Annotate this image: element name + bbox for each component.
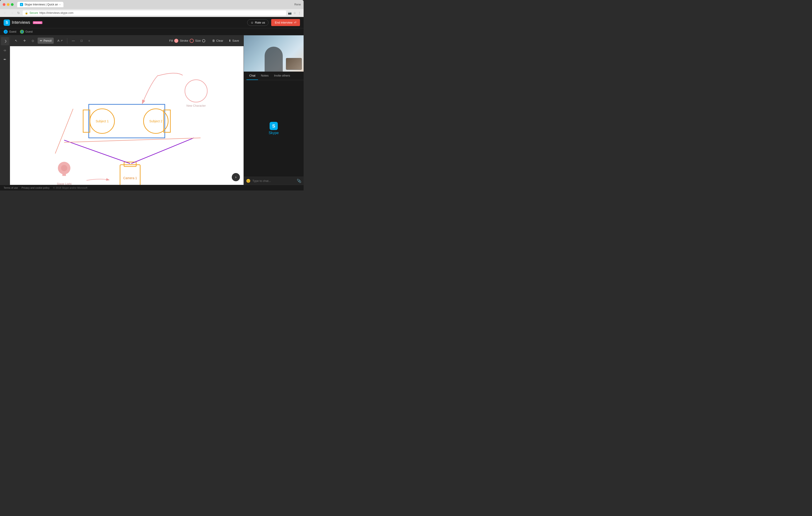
subject1-label: Subject 1 [96, 119, 109, 123]
maximize-traffic-light[interactable] [11, 3, 13, 6]
exit-icon: ⏎ [294, 21, 296, 24]
rate-us-label: Rate us [255, 21, 265, 24]
stroke-label: Stroke [180, 39, 188, 42]
subject2-label: Subject 2 [149, 119, 163, 123]
terms-link[interactable]: Terms of use [4, 186, 18, 189]
move-tool[interactable]: ✛ [21, 38, 28, 44]
canvas-area[interactable]: Subject 1 Subject 2 New Character [10, 46, 243, 185]
minimize-traffic-light[interactable] [7, 3, 9, 6]
fill-control: Fill Stroke Size [169, 39, 205, 43]
camera-icon[interactable]: 📷 [288, 11, 292, 15]
cursor-tool[interactable]: ↖ [13, 38, 20, 44]
chat-input-area: 😊 📎 [244, 177, 303, 185]
stage-light-neck [62, 174, 66, 176]
purple-line-left [64, 140, 130, 164]
text-tool[interactable]: A↗ [55, 38, 65, 44]
chat-skype-icon: S [270, 122, 278, 130]
tab-title: Skype Interviews | Quick an [25, 3, 58, 6]
clear-label: Clear [216, 39, 223, 42]
preview-badge: Preview [33, 21, 42, 24]
emoji-button[interactable]: 😊 [246, 179, 251, 183]
user-pill-2: 👤 Guest [20, 30, 33, 34]
clear-button[interactable]: 🗑 Clear [210, 38, 225, 43]
arrow-bottom [87, 179, 109, 180]
save-icon: ⬇ [229, 39, 231, 42]
save-label: Save [232, 39, 239, 42]
header-actions: ☺ Rate us End interview ⏎ [247, 19, 300, 26]
sidebar-moon-icon[interactable]: ☽ [1, 37, 9, 45]
app-container: S Interviews Preview ☺ Rate us End inter… [0, 17, 303, 190]
app-header: S Interviews Preview ☺ Rate us End inter… [0, 17, 303, 28]
curve-top [158, 73, 183, 75]
camera-top [124, 162, 136, 166]
chat-skype-logo: S Skype [269, 122, 279, 135]
drawing-toolbar: ↖ ✛ ◇ ✏ Pencil A↗ — □ ○ Fill Strok [10, 35, 243, 46]
user-bar: 👤 Guest 👤 Guest [0, 28, 303, 35]
user-pill-1: 👤 Guest [4, 30, 16, 34]
menu-icon[interactable]: ⋮ [298, 11, 301, 15]
privacy-link[interactable]: Privacy and cookie policy [22, 186, 50, 189]
pencil-icon: ✏ [40, 39, 42, 42]
end-interview-label: End interview [275, 21, 292, 24]
fill-label: Fill [169, 39, 173, 42]
size-picker[interactable] [202, 39, 205, 42]
copyright-text: © 2018 Skype and/or Microsoft [53, 186, 87, 189]
back-button[interactable]: ← [3, 11, 8, 15]
eraser-tool[interactable]: ◇ [29, 38, 36, 44]
save-button[interactable]: ⬇ Save [227, 38, 241, 43]
skype-logo-icon: S [4, 20, 10, 26]
toolbar-actions: 🗑 Clear ⬇ Save [210, 38, 241, 43]
rect-tool[interactable]: □ [78, 38, 85, 44]
drawing-canvas[interactable]: Subject 1 Subject 2 New Character [10, 46, 243, 185]
stroke-color-picker[interactable] [190, 39, 194, 43]
arrow-top [143, 75, 158, 103]
fill-color-picker[interactable] [174, 39, 178, 43]
stage-light-label: Stage Light [57, 182, 71, 185]
left-sidebar: ☽ ‹› ✒ [0, 35, 10, 185]
pencil-label: Pencil [44, 39, 52, 42]
bookmark-icon[interactable]: ☆ [293, 11, 296, 15]
tab-favicon: S [20, 3, 23, 6]
camera-body [120, 165, 140, 185]
app-title: Interviews [12, 20, 30, 25]
pencil-tool[interactable]: ✏ Pencil [38, 38, 54, 44]
tab-invite[interactable]: Invite others [271, 71, 293, 80]
video-area [244, 35, 303, 71]
chat-input[interactable] [252, 179, 295, 183]
app-logo: S Interviews Preview [4, 20, 42, 26]
rate-us-button[interactable]: ☺ Rate us [247, 19, 268, 26]
circle-tool[interactable]: ○ [86, 38, 92, 44]
chat-skype-text: Skype [269, 131, 279, 135]
camera-label: Camera 1 [123, 176, 137, 180]
secure-icon: 🔒 [25, 11, 28, 14]
purple-line-right [131, 138, 194, 164]
chat-panel: Chat Notes Invite others S Skype 😊 📎 [244, 71, 303, 185]
browser-tab[interactable]: S Skype Interviews | Quick an × [17, 2, 63, 7]
forward-button[interactable]: → [9, 11, 14, 15]
attach-button[interactable]: 📎 [297, 179, 301, 183]
new-character-label: New Character [186, 104, 206, 108]
secure-label: Secure [29, 11, 38, 14]
tab-close-button[interactable]: × [59, 3, 61, 6]
pink-diagonal-left [55, 109, 73, 153]
user-name-2: Guest [25, 30, 33, 33]
main-content: ☽ ‹› ✒ ↖ ✛ ◇ ✏ Pencil A↗ — □ [0, 35, 303, 185]
pink-line-horizontal [64, 138, 201, 143]
traffic-lights [3, 3, 13, 6]
expand-button[interactable]: › [232, 173, 240, 181]
sidebar-pen-icon[interactable]: ✒ [1, 55, 9, 63]
address-bar[interactable]: 🔒 Secure https://interviews.skype.com [23, 10, 286, 16]
new-character-circle [185, 80, 207, 102]
sidebar-code-icon[interactable]: ‹› [1, 46, 9, 54]
chat-messages: S Skype [244, 80, 303, 177]
end-interview-button[interactable]: End interview ⏎ [271, 19, 300, 26]
tab-chat[interactable]: Chat [246, 71, 258, 80]
line-tool[interactable]: — [69, 38, 77, 44]
address-bar-container: ← → ↻ 🔒 Secure https://interviews.skype.… [0, 9, 303, 17]
chat-tabs: Chat Notes Invite others [244, 71, 303, 80]
close-traffic-light[interactable] [3, 3, 5, 6]
tab-notes[interactable]: Notes [258, 71, 271, 80]
user-name-1: Guest [9, 30, 16, 33]
right-panel: Chat Notes Invite others S Skype 😊 📎 [243, 35, 303, 185]
refresh-button[interactable]: ↻ [16, 11, 21, 15]
